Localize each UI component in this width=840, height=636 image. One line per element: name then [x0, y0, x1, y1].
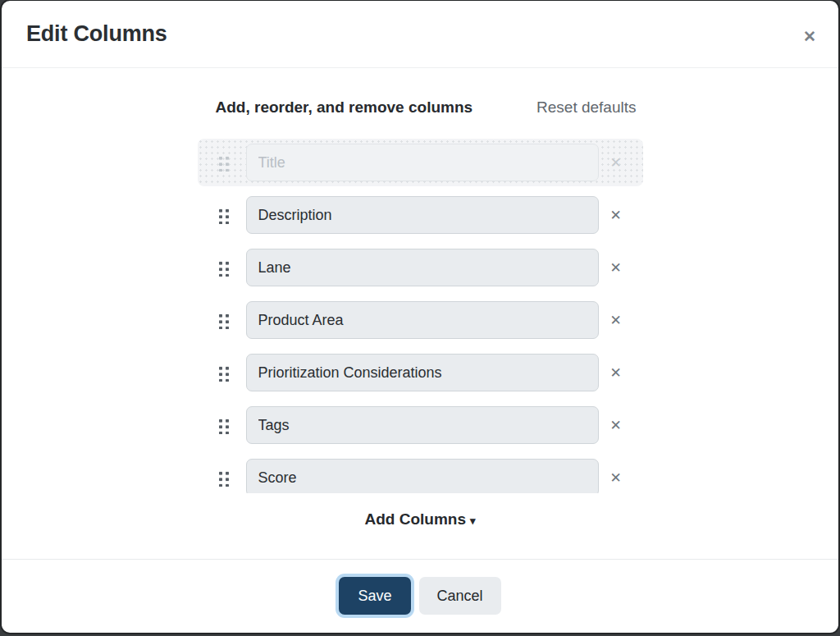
content-column: Add, reorder, and remove columns Reset d…: [198, 68, 643, 528]
column-row: ✕: [198, 139, 643, 186]
remove-column-icon[interactable]: ✕: [599, 208, 633, 222]
column-row: ✕: [198, 296, 643, 344]
drag-handle-icon[interactable]: [217, 154, 230, 172]
drag-handle-icon[interactable]: [217, 312, 230, 329]
column-row: ✕: [198, 349, 643, 396]
modal-header: Edit Columns ✕: [2, 1, 838, 68]
column-row: ✕: [198, 454, 643, 493]
modal-footer: Save Cancel: [2, 559, 838, 633]
add-columns-label: Add Columns: [364, 510, 466, 528]
column-name-input[interactable]: [246, 196, 599, 234]
subtitle-row: Add, reorder, and remove columns Reset d…: [198, 68, 643, 117]
column-row: ✕: [198, 191, 643, 239]
drag-handle-icon[interactable]: [217, 417, 230, 434]
close-icon[interactable]: ✕: [797, 24, 822, 48]
column-name-input[interactable]: [246, 301, 599, 339]
subtitle: Add, reorder, and remove columns: [216, 98, 473, 117]
reset-defaults-link[interactable]: Reset defaults: [536, 98, 636, 117]
save-button[interactable]: Save: [339, 577, 410, 615]
column-name-input[interactable]: [246, 406, 599, 444]
column-name-input[interactable]: [246, 144, 599, 181]
modal-title: Edit Columns: [26, 21, 167, 47]
remove-column-icon[interactable]: ✕: [599, 156, 633, 170]
drag-handle-icon[interactable]: [217, 469, 230, 487]
remove-column-icon[interactable]: ✕: [599, 471, 633, 485]
caret-down-icon: ▾: [470, 515, 476, 527]
column-row: ✕: [198, 244, 643, 291]
drag-handle-icon[interactable]: [217, 259, 230, 277]
drag-handle-icon[interactable]: [217, 364, 230, 382]
remove-column-icon[interactable]: ✕: [599, 261, 633, 275]
column-name-input[interactable]: [246, 249, 599, 286]
edit-columns-modal: Edit Columns ✕ Add, reorder, and remove …: [2, 1, 838, 633]
column-name-input[interactable]: [246, 354, 599, 391]
remove-column-icon[interactable]: ✕: [599, 313, 633, 327]
remove-column-icon[interactable]: ✕: [599, 366, 633, 380]
modal-body: Add, reorder, and remove columns Reset d…: [2, 68, 838, 559]
drag-handle-icon[interactable]: [217, 207, 230, 224]
column-name-input[interactable]: [246, 459, 599, 493]
add-columns-button[interactable]: Add Columns▾: [198, 510, 643, 528]
column-row: ✕: [198, 401, 643, 449]
remove-column-icon[interactable]: ✕: [599, 419, 633, 432]
columns-list[interactable]: ✕ ✕ ✕ ✕ ✕: [198, 139, 643, 493]
cancel-button[interactable]: Cancel: [419, 577, 501, 615]
